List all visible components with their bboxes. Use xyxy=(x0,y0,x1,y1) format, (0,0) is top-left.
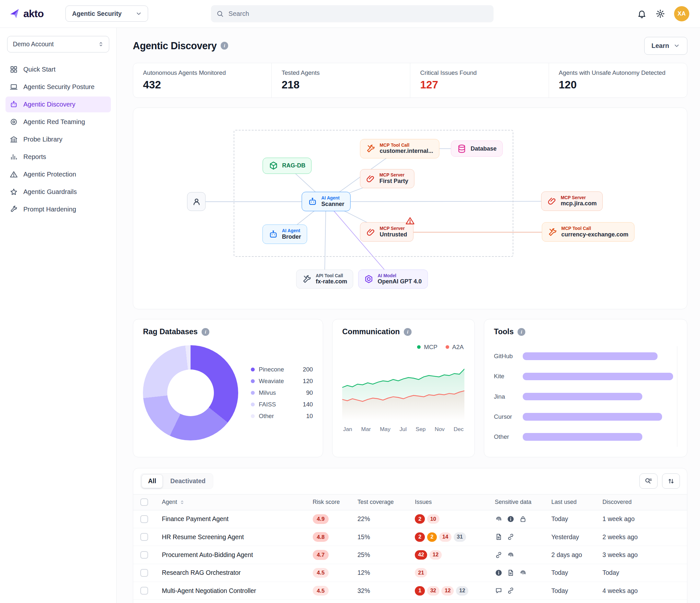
table-row[interactable]: Finance Payment Agent 4.9 22% 210 Today … xyxy=(133,510,687,528)
notifications-button[interactable] xyxy=(637,9,647,19)
bar-github xyxy=(523,352,658,360)
sidebar-nav: Quick Start Agentic Security Posture Age… xyxy=(5,61,111,218)
brand-logo[interactable]: akto xyxy=(9,8,56,20)
global-search xyxy=(211,5,494,22)
row-checkbox[interactable] xyxy=(140,569,148,577)
target-icon xyxy=(10,118,18,126)
column-agent[interactable]: Agent xyxy=(162,499,312,505)
bell-icon xyxy=(637,9,647,19)
main-content: Agentic Discovery Learn Autonomous Agent… xyxy=(117,28,700,603)
graph-node-fx-rate[interactable]: API Tool Callfx-rate.com xyxy=(296,269,353,289)
risk-score-badge: 4.5 xyxy=(313,586,329,596)
table-row[interactable]: Procurement Auto-Bidding Agent 4.7 25% 4… xyxy=(133,546,687,564)
legend-item: Pinecone200 xyxy=(251,364,313,375)
issue-badge-info: 12 xyxy=(456,586,468,596)
tab-deactivated[interactable]: Deactivated xyxy=(164,474,212,488)
row-checkbox[interactable] xyxy=(140,587,148,595)
link-icon xyxy=(495,551,503,559)
issue-badge-medium: 32 xyxy=(427,586,440,596)
graph-node-rag-db[interactable]: RAG-DB xyxy=(262,157,311,174)
graph-node-customer-internal[interactable]: MCP Tool Callcustomer.internal... xyxy=(360,139,439,158)
search-filter-icon xyxy=(645,477,652,485)
sensitive-data-icons xyxy=(495,551,551,559)
avatar[interactable]: XA xyxy=(674,6,689,21)
document-icon xyxy=(507,569,515,577)
communication-x-axis: JanMarMayJulSepNovDec xyxy=(342,426,465,432)
tool-bar-row: GitHub xyxy=(494,346,677,366)
issues-badges: 210 xyxy=(415,514,495,524)
settings-button[interactable] xyxy=(656,9,665,19)
page-title: Agentic Discovery xyxy=(133,40,217,52)
sidebar-item-quick-start[interactable]: Quick Start xyxy=(5,61,111,78)
column-issues: Issues xyxy=(415,499,495,505)
tool-bar-row: Kite xyxy=(494,366,677,386)
user-icon xyxy=(192,196,201,206)
akto-plane-icon xyxy=(8,7,21,20)
issues-badges: 221431 xyxy=(415,532,495,542)
tools-icon xyxy=(366,144,376,153)
openai-icon xyxy=(364,274,374,284)
search-input[interactable] xyxy=(228,10,488,18)
sidebar-item-reports[interactable]: Reports xyxy=(5,149,111,165)
tab-all[interactable]: All xyxy=(142,474,163,488)
row-checkbox[interactable] xyxy=(140,551,148,559)
table-row[interactable]: Auto-Coder Development Agent 4.5 99% 332… xyxy=(133,600,687,603)
issue-badge-critical: 2 xyxy=(415,514,425,524)
workspace-selector[interactable]: Agentic Security xyxy=(66,5,148,22)
info-icon[interactable] xyxy=(404,328,411,336)
row-checkbox[interactable] xyxy=(140,533,148,541)
table-row[interactable]: Research RAG Orchestrator 4.5 12% 21 Tod… xyxy=(133,564,687,582)
sensitive-data-icons xyxy=(495,533,551,541)
bank-icon xyxy=(10,135,18,143)
graph-node-scanner[interactable]: AI AgentScanner xyxy=(302,192,350,211)
table-row[interactable]: Multi-Agent Negotiation Controller 4.5 3… xyxy=(133,582,687,600)
row-checkbox[interactable] xyxy=(140,515,148,523)
sidebar-item-agentic-guardrails[interactable]: Agentic Guardrails xyxy=(5,184,111,200)
sidebar-item-agentic-protection[interactable]: Agentic Protection xyxy=(5,166,111,183)
sidebar-item-probe-library[interactable]: Probe Library xyxy=(5,131,111,148)
stats-card: Autonomous Agents Monitored432 Tested Ag… xyxy=(133,63,688,98)
agent-name: Research RAG Orchestrator xyxy=(162,569,312,576)
stat-unsafe-autonomy: Agents with Unsafe Autonomy Detected120 xyxy=(549,63,688,98)
graph-node-mcp-jira[interactable]: MCP Servermcp.jira.com xyxy=(541,191,603,211)
discovered: 4 weeks ago xyxy=(602,587,687,595)
paperclip-icon xyxy=(366,174,375,183)
link-icon xyxy=(507,587,515,595)
graph-node-untrusted[interactable]: MCP ServerUntrusted xyxy=(360,222,413,242)
info-icon[interactable] xyxy=(518,328,525,336)
bar-cursor xyxy=(523,413,662,421)
sidebar-item-prompt-hardening[interactable]: Prompt Hardening xyxy=(5,202,111,218)
graph-node-database[interactable]: Database xyxy=(451,140,503,157)
warning-icon xyxy=(405,216,415,226)
info-icon[interactable] xyxy=(221,42,228,50)
test-coverage: 15% xyxy=(357,533,415,541)
select-all-checkbox[interactable] xyxy=(140,498,148,506)
sidebar-item-agentic-discovery[interactable]: Agentic Discovery xyxy=(5,97,111,113)
graph-node-first-party[interactable]: MCP ServerFirst Party xyxy=(360,169,414,188)
table-sort-button[interactable] xyxy=(662,473,680,489)
sidebar-item-agentic-red-teaming[interactable]: Agentic Red Teaming xyxy=(5,114,111,130)
rag-databases-card: Rag Databases Pinecone200 Weaviate120 Mi… xyxy=(133,319,323,457)
graph-node-openai-gpt[interactable]: AI ModelOpenAI GPT 4.0 xyxy=(358,269,428,289)
learn-button[interactable]: Learn xyxy=(644,37,688,55)
stat-critical-issues: Critical Issues Found127 xyxy=(410,63,549,98)
table-search-filter-button[interactable] xyxy=(640,473,657,489)
sidebar-item-agentic-security-posture[interactable]: Agentic Security Posture xyxy=(5,79,111,95)
stat-agents-monitored: Autonomous Agents Monitored432 xyxy=(133,63,272,98)
graph-node-user[interactable] xyxy=(187,192,205,211)
sidebar: Demo Account Quick Start Agentic Securit… xyxy=(0,28,117,603)
warning-icon xyxy=(10,171,18,179)
tool-bar-row: Other xyxy=(494,427,677,447)
info-icon[interactable] xyxy=(202,328,209,336)
document-icon xyxy=(495,533,503,541)
graph-node-currency-exchange[interactable]: MCP Tool Callcurrency-exchange.com xyxy=(542,222,634,242)
column-risk-score: Risk score xyxy=(313,499,357,505)
robot-icon xyxy=(10,100,18,108)
grid-icon xyxy=(10,65,18,74)
table-row[interactable]: HR Resume Screening Agent 4.8 15% 221431… xyxy=(133,528,687,546)
account-selector[interactable]: Demo Account xyxy=(7,36,109,52)
risk-score-badge: 4.9 xyxy=(313,514,329,524)
info-icon xyxy=(507,515,515,523)
graph-node-broder[interactable]: AI AgentBroder xyxy=(262,225,307,244)
chat-icon xyxy=(495,587,503,595)
